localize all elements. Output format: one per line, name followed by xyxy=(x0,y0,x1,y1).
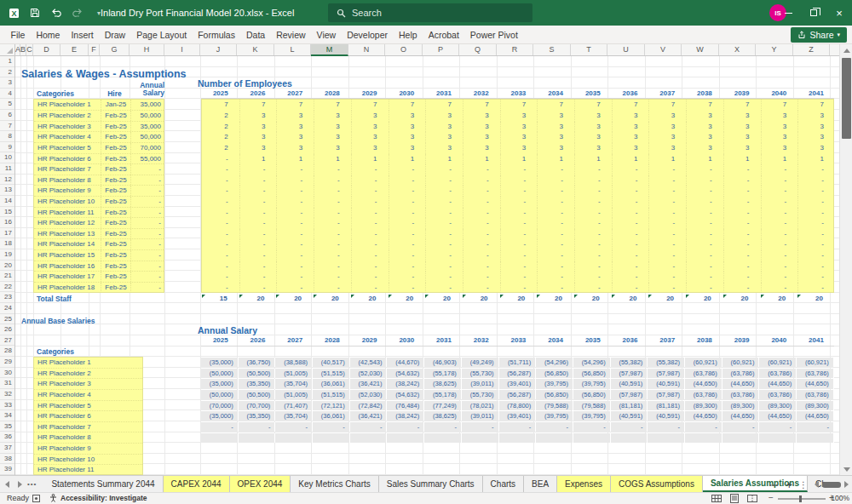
employees-cell[interactable]: - xyxy=(723,283,761,294)
employees-cell[interactable]: - xyxy=(612,164,649,175)
employees-cell[interactable]: 7 xyxy=(686,100,723,111)
employees-cell[interactable]: - xyxy=(797,186,835,197)
assumption-hire-cell[interactable]: Feb-25 xyxy=(101,229,130,239)
salary-cell[interactable] xyxy=(424,433,462,443)
assumption-category-cell[interactable]: HR Placeholder 15 xyxy=(34,250,101,261)
column-header-Y[interactable]: Y xyxy=(756,44,793,55)
employees-cell[interactable]: - xyxy=(500,283,538,294)
employees-cell[interactable]: - xyxy=(797,175,835,186)
close-button[interactable]: × xyxy=(826,0,852,26)
employees-cell[interactable]: - xyxy=(425,175,463,186)
employees-cell[interactable]: 3 xyxy=(314,143,351,154)
employees-cell[interactable]: - xyxy=(723,272,761,283)
row-header-2[interactable]: 2 xyxy=(0,67,14,78)
salary-cell[interactable]: (51,515) xyxy=(313,390,350,399)
sheet-tab-opex-2044[interactable]: OPEX 2044 xyxy=(230,476,291,492)
row-header-17[interactable]: 17 xyxy=(0,228,14,239)
salary-cell[interactable]: - xyxy=(648,422,685,432)
assumption-hire-cell[interactable]: Feb-25 xyxy=(101,175,130,186)
salary-cell[interactable] xyxy=(760,433,797,443)
employees-cell[interactable]: - xyxy=(574,208,612,219)
employees-cell[interactable]: - xyxy=(425,197,463,208)
salary-cell[interactable]: (54,632) xyxy=(388,390,425,399)
zoom-slider-track[interactable] xyxy=(778,498,826,500)
category-cell-5[interactable]: HR Placeholder 5 xyxy=(34,401,142,412)
sheet-tab-key-metrics-charts[interactable]: Key Metrics Charts xyxy=(291,476,378,492)
assumption-category-cell[interactable]: HR Placeholder 11 xyxy=(34,208,101,218)
employees-total-cell[interactable]: 20 xyxy=(388,294,425,304)
employees-total-cell[interactable]: 20 xyxy=(797,294,834,304)
salary-cell[interactable]: (63,786) xyxy=(685,369,722,378)
salary-cell[interactable]: (56,850) xyxy=(573,369,611,378)
assumption-hire-cell[interactable]: Feb-25 xyxy=(101,197,130,207)
employees-cell[interactable]: - xyxy=(202,218,239,229)
employees-cell[interactable]: 3 xyxy=(797,132,835,143)
employees-cell[interactable]: - xyxy=(612,175,649,186)
ribbon-tab-home[interactable]: Home xyxy=(31,26,66,44)
employees-cell[interactable]: - xyxy=(314,175,351,186)
salary-cell[interactable]: (54,632) xyxy=(388,369,425,378)
salary-cell[interactable]: (39,401) xyxy=(499,379,537,388)
row-header-36[interactable]: 36 xyxy=(0,432,14,443)
employees-cell[interactable]: - xyxy=(500,250,538,261)
employees-total-cell[interactable]: 20 xyxy=(685,294,722,304)
employees-cell[interactable]: - xyxy=(351,218,389,229)
assumption-hire-cell[interactable]: Feb-25 xyxy=(101,250,130,261)
salary-cell[interactable]: (55,178) xyxy=(424,390,462,399)
employees-total-cell[interactable]: 20 xyxy=(313,294,350,304)
page-layout-view-icon[interactable] xyxy=(729,494,740,503)
employees-cell[interactable]: - xyxy=(389,208,426,219)
employees-cell[interactable]: - xyxy=(425,186,463,197)
salary-cell[interactable]: (55,730) xyxy=(462,369,499,378)
column-header-Z[interactable]: Z xyxy=(793,44,830,55)
assumption-hire-cell[interactable]: Feb-25 xyxy=(101,218,130,228)
employees-cell[interactable]: - xyxy=(648,164,686,175)
salary-cell[interactable] xyxy=(462,433,499,443)
salary-cell[interactable]: - xyxy=(313,422,350,432)
ribbon-tab-view[interactable]: View xyxy=(311,26,342,44)
assumption-category-cell[interactable]: HR Placeholder 14 xyxy=(34,239,101,249)
employees-total-cell[interactable]: 20 xyxy=(536,294,573,304)
salary-cell[interactable]: (44,650) xyxy=(685,379,722,388)
restore-button[interactable] xyxy=(801,0,826,26)
category-cell-3[interactable]: HR Placeholder 3 xyxy=(34,379,142,390)
salary-cell[interactable]: (40,591) xyxy=(648,411,685,421)
assumption-salary-cell[interactable]: - xyxy=(130,208,164,218)
row-header-24[interactable]: 24 xyxy=(0,303,14,314)
salary-cell[interactable]: (39,011) xyxy=(462,379,499,388)
salary-cell[interactable]: - xyxy=(797,422,834,432)
row-header-15[interactable]: 15 xyxy=(0,207,14,218)
employees-cell[interactable]: - xyxy=(686,283,723,294)
column-header-S[interactable]: S xyxy=(533,44,571,55)
employees-cell[interactable]: - xyxy=(648,261,686,272)
salary-cell[interactable]: (36,421) xyxy=(350,379,388,388)
ribbon-tab-acrobat[interactable]: Acrobat xyxy=(423,26,464,44)
salary-cell[interactable]: - xyxy=(275,422,313,432)
employees-cell[interactable]: - xyxy=(276,283,314,294)
employees-cell[interactable]: 7 xyxy=(463,100,500,111)
employees-cell[interactable]: - xyxy=(351,208,389,219)
assumption-salary-cell[interactable]: - xyxy=(130,175,164,186)
employees-cell[interactable]: - xyxy=(463,239,500,250)
assumption-hire-cell[interactable]: Feb-25 xyxy=(101,122,130,132)
salary-cell[interactable]: (44,650) xyxy=(797,379,834,388)
employees-cell[interactable]: - xyxy=(574,186,612,197)
ribbon-tab-review[interactable]: Review xyxy=(271,26,311,44)
employees-cell[interactable]: - xyxy=(723,197,761,208)
assumption-salary-cell[interactable]: - xyxy=(130,186,164,196)
employees-cell[interactable]: - xyxy=(723,261,761,272)
salary-cell[interactable]: (46,903) xyxy=(424,358,462,367)
salary-cell[interactable]: (49,249) xyxy=(462,358,499,367)
employees-cell[interactable]: 3 xyxy=(314,111,351,122)
assumption-category-cell[interactable]: HR Placeholder 6 xyxy=(34,154,101,164)
employees-cell[interactable]: 7 xyxy=(389,100,426,111)
row-header-32[interactable]: 32 xyxy=(0,389,14,400)
salary-cell[interactable]: (44,650) xyxy=(760,411,797,421)
employees-cell[interactable]: 3 xyxy=(351,111,389,122)
employees-cell[interactable]: - xyxy=(389,229,426,240)
salary-cell[interactable]: (44,650) xyxy=(685,411,722,421)
employees-cell[interactable]: 3 xyxy=(500,122,538,133)
employees-total-cell[interactable]: 20 xyxy=(239,294,276,304)
employees-total-cell[interactable]: 20 xyxy=(275,294,313,304)
salary-cell[interactable]: (44,670) xyxy=(388,358,425,367)
